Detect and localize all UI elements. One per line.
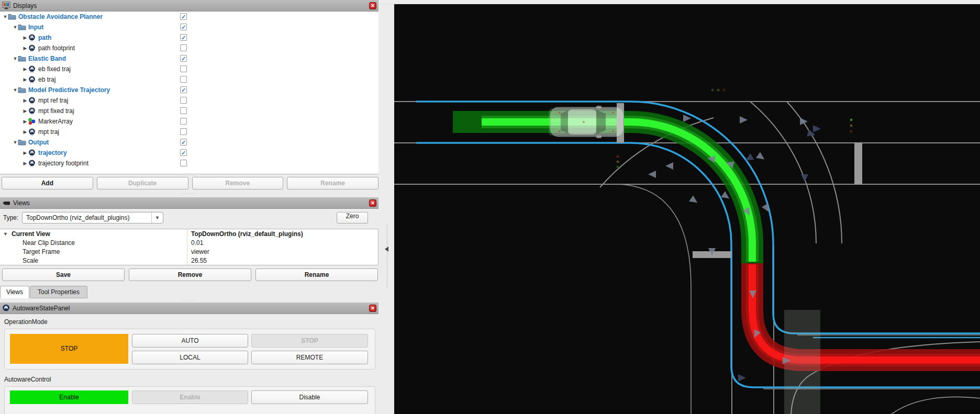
folder-icon bbox=[8, 13, 16, 20]
tree-item-output[interactable]: ▼Output✓ bbox=[0, 137, 378, 148]
map-scene bbox=[394, 4, 980, 414]
chevron-down-icon[interactable]: ▼ bbox=[3, 14, 8, 19]
chevron-down-icon[interactable]: ▼ bbox=[3, 231, 8, 237]
tree-item-elastic-band[interactable]: ▼Elastic Band✓ bbox=[0, 53, 378, 64]
property-name: Scale bbox=[0, 256, 187, 265]
tree-item-path-footprint[interactable]: ▶path footprint bbox=[0, 43, 378, 53]
visibility-checkbox[interactable]: ✓ bbox=[180, 149, 187, 156]
zero-button[interactable]: Zero bbox=[337, 212, 368, 223]
chevron-down-icon[interactable]: ▼ bbox=[13, 56, 18, 61]
tree-item-mpt-fixed-traj[interactable]: ▶mpt fixed traj bbox=[0, 106, 378, 116]
visibility-checkbox[interactable]: ✓ bbox=[180, 86, 187, 93]
tree-item-path[interactable]: ▶path✓ bbox=[0, 32, 378, 43]
property-value: 0.01 bbox=[187, 239, 203, 247]
marker-icon bbox=[28, 118, 36, 125]
tree-item-eb-traj[interactable]: ▶eb traj bbox=[0, 74, 378, 85]
chevron-right-icon[interactable]: ▶ bbox=[23, 108, 28, 114]
display-remove-button[interactable]: Remove bbox=[192, 177, 284, 189]
tab-tool-properties[interactable]: Tool Properties bbox=[30, 286, 87, 298]
view-type-dropdown[interactable]: TopDownOrtho (rviz_default_plugins) ▼ bbox=[22, 212, 163, 223]
autoware-icon bbox=[28, 76, 36, 83]
local-button[interactable]: LOCAL bbox=[132, 351, 248, 364]
visibility-checkbox[interactable]: ✓ bbox=[180, 13, 187, 20]
view-remove-button[interactable]: Remove bbox=[129, 268, 251, 281]
property-value: TopDownOrtho (rviz_default_plugins) bbox=[187, 230, 303, 238]
autoware-icon bbox=[28, 128, 36, 136]
stop-button[interactable]: STOP bbox=[251, 334, 368, 348]
property-name: Current View bbox=[0, 229, 187, 238]
visibility-checkbox[interactable]: ✓ bbox=[180, 24, 187, 30]
display-duplicate-button[interactable]: Duplicate bbox=[97, 177, 188, 189]
chevron-right-icon[interactable]: ▶ bbox=[23, 66, 28, 72]
chevron-right-icon[interactable]: ▶ bbox=[23, 129, 28, 135]
views-icon bbox=[2, 200, 10, 206]
tree-item-trajectory-footprint[interactable]: ▶trajectory footprint bbox=[0, 158, 378, 169]
tree-item-model-predictive-trajectory[interactable]: ▼Model Predictive Trajectory✓ bbox=[0, 85, 378, 95]
autoware-state-panel-header[interactable]: AutowareStatePanel ✕ bbox=[0, 303, 378, 314]
visibility-checkbox[interactable] bbox=[180, 118, 187, 125]
tab-views[interactable]: Views bbox=[0, 286, 29, 298]
visibility-checkbox[interactable]: ✓ bbox=[180, 55, 187, 62]
autoware-icon bbox=[2, 304, 10, 312]
visibility-checkbox[interactable] bbox=[180, 76, 187, 83]
chevron-right-icon[interactable]: ▶ bbox=[23, 119, 28, 124]
autoware-state-close-button[interactable]: ✕ bbox=[369, 305, 376, 312]
chevron-right-icon[interactable]: ▶ bbox=[23, 46, 28, 51]
chevron-right-icon[interactable]: ▶ bbox=[23, 150, 28, 155]
remote-button[interactable]: REMOTE bbox=[251, 351, 368, 364]
chevron-right-icon[interactable]: ▶ bbox=[23, 161, 28, 166]
operation-mode-label: OperationMode bbox=[4, 318, 48, 326]
visibility-checkbox[interactable] bbox=[180, 107, 187, 114]
disable-button[interactable]: Disable bbox=[251, 390, 368, 404]
visibility-checkbox[interactable] bbox=[180, 160, 187, 166]
displays-panel-header[interactable]: Displays ✕ bbox=[0, 0, 378, 12]
chevron-down-icon[interactable]: ▼ bbox=[13, 87, 18, 93]
enable-button[interactable]: Enable bbox=[132, 390, 248, 404]
chevron-right-icon[interactable]: ▶ bbox=[23, 98, 28, 103]
visibility-checkbox[interactable] bbox=[180, 44, 187, 51]
current-view-table[interactable]: ▼Current ViewTopDownOrtho (rviz_default_… bbox=[0, 229, 378, 265]
splitter-handle[interactable]: ······ bbox=[0, 193, 378, 196]
tree-item-label: Input bbox=[28, 24, 43, 31]
dock-resize-handle[interactable] bbox=[387, 225, 387, 288]
display-add-button[interactable]: Add bbox=[2, 177, 93, 189]
view-save-button[interactable]: Save bbox=[2, 268, 125, 281]
tree-item-label: path bbox=[38, 34, 51, 41]
auto-button[interactable]: AUTO bbox=[132, 334, 248, 348]
displays-close-button[interactable]: ✕ bbox=[369, 2, 376, 9]
tree-item-label: mpt ref traj bbox=[38, 97, 68, 104]
visibility-checkbox[interactable] bbox=[180, 97, 187, 104]
folder-icon bbox=[18, 139, 26, 146]
display-rename-button[interactable]: Rename bbox=[287, 177, 378, 189]
autoware-control-label: AutowareControl bbox=[4, 376, 51, 383]
current-view-header-row[interactable]: ▼Current ViewTopDownOrtho (rviz_default_… bbox=[0, 229, 378, 238]
views-close-button[interactable]: ✕ bbox=[369, 199, 376, 207]
chevron-right-icon[interactable]: ▶ bbox=[23, 77, 28, 82]
visibility-checkbox[interactable] bbox=[180, 128, 187, 135]
dock-collapse-arrow[interactable] bbox=[385, 247, 388, 252]
tree-item-mpt-traj[interactable]: ▶mpt traj bbox=[0, 127, 378, 137]
autoware-control-status: Enable bbox=[10, 390, 128, 404]
tree-item-eb-fixed-traj[interactable]: ▶eb fixed traj bbox=[0, 64, 378, 74]
property-row-target-frame[interactable]: Target Frameviewer bbox=[0, 247, 378, 256]
property-row-scale[interactable]: Scale26.55 bbox=[0, 256, 378, 265]
views-panel-header[interactable]: Views ✕ bbox=[0, 197, 378, 209]
view-rename-button[interactable]: Rename bbox=[255, 268, 378, 281]
tree-item-input[interactable]: ▼Input✓ bbox=[0, 22, 378, 32]
property-row-near-clip-distance[interactable]: Near Clip Distance0.01 bbox=[0, 238, 378, 247]
visibility-checkbox[interactable] bbox=[180, 65, 187, 72]
tree-item-trajectory[interactable]: ▶trajectory✓ bbox=[0, 148, 378, 158]
chevron-down-icon[interactable]: ▼ bbox=[13, 140, 18, 145]
autoware-icon bbox=[28, 44, 36, 52]
chevron-right-icon[interactable]: ▶ bbox=[23, 35, 28, 40]
rviz-3d-viewport[interactable] bbox=[394, 4, 980, 414]
visibility-checkbox[interactable]: ✓ bbox=[180, 139, 187, 146]
tree-item-obstacle-avoidance-planner[interactable]: ▼Obstacle Avoidance Planner✓ bbox=[0, 12, 378, 22]
tree-item-markerarray[interactable]: ▶MarkerArray bbox=[0, 116, 378, 127]
visibility-checkbox[interactable]: ✓ bbox=[180, 34, 187, 41]
displays-tree[interactable]: ▼Obstacle Avoidance Planner✓▼Input✓▶path… bbox=[0, 12, 378, 174]
tree-item-label: eb traj bbox=[38, 76, 55, 83]
autoware-icon bbox=[28, 97, 36, 104]
chevron-down-icon[interactable]: ▼ bbox=[13, 25, 18, 30]
tree-item-mpt-ref-traj[interactable]: ▶mpt ref traj bbox=[0, 95, 378, 106]
